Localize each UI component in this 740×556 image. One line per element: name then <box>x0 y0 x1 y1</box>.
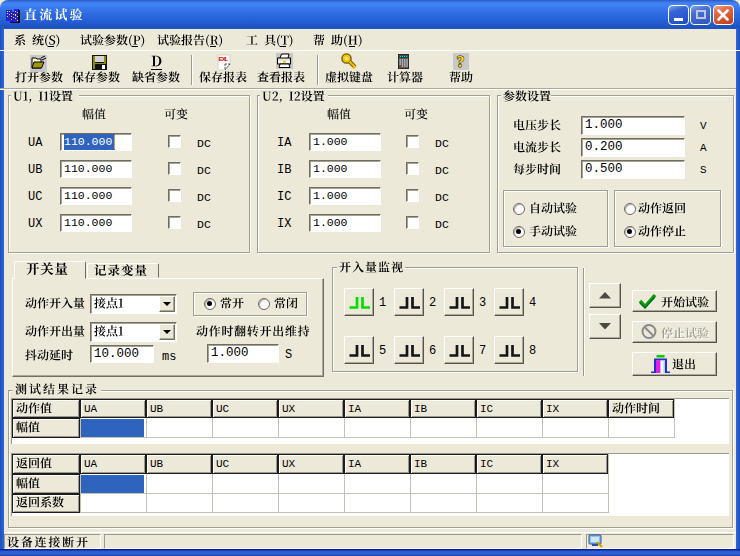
svg-text:EXL: EXL <box>219 56 229 62</box>
svg-text:?: ? <box>457 53 465 70</box>
